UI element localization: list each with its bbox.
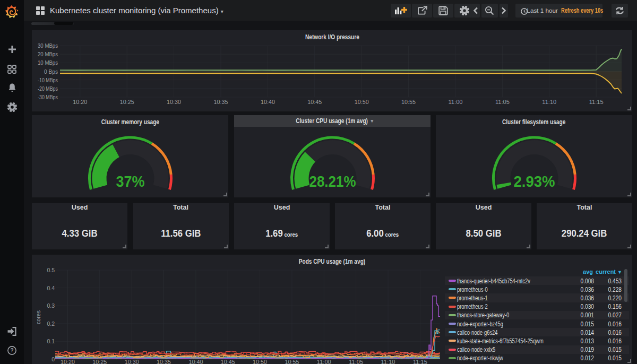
svg-text:11:15: 11:15 (413, 359, 427, 364)
svg-text:11:00: 11:00 (449, 99, 463, 105)
svg-text:0.2: 0.2 (47, 320, 55, 327)
svg-text:0.5: 0.5 (47, 267, 55, 273)
svg-text:0: 0 (51, 356, 55, 362)
svg-text:0.3: 0.3 (47, 302, 55, 309)
svg-text:10:45: 10:45 (221, 359, 235, 364)
svg-text:0 Bps: 0 Bps (44, 68, 58, 75)
svg-text:-10 MBps: -10 MBps (38, 77, 58, 83)
svg-text:10:20: 10:20 (61, 359, 75, 364)
svg-text:cores: cores (35, 310, 41, 324)
svg-text:10:45: 10:45 (307, 99, 322, 105)
svg-text:10:50: 10:50 (355, 99, 369, 105)
svg-text:11:10: 11:10 (542, 99, 556, 105)
svg-text:?: ? (10, 348, 13, 353)
svg-text:11:15: 11:15 (589, 99, 604, 105)
svg-text:-20 MBps: -20 MBps (38, 85, 58, 92)
svg-text:0.1: 0.1 (47, 338, 55, 344)
svg-text:10:30: 10:30 (125, 359, 139, 364)
svg-text:10:35: 10:35 (214, 99, 228, 105)
svg-text:10:55: 10:55 (401, 99, 416, 105)
svg-text:11:10: 11:10 (381, 359, 395, 364)
svg-text:-30 MBps: -30 MBps (38, 94, 58, 100)
svg-text:11:05: 11:05 (349, 359, 363, 364)
svg-text:37%: 37% (116, 172, 145, 190)
svg-text:11:05: 11:05 (495, 99, 510, 105)
svg-text:10:55: 10:55 (285, 359, 299, 364)
svg-text:10:25: 10:25 (92, 359, 107, 364)
svg-text:10:40: 10:40 (188, 359, 203, 364)
svg-text:10:25: 10:25 (120, 99, 134, 105)
svg-text:10:35: 10:35 (157, 359, 171, 364)
svg-text:10:40: 10:40 (261, 99, 275, 105)
svg-text:0.4: 0.4 (47, 285, 55, 291)
svg-text:20 MBps: 20 MBps (38, 51, 58, 57)
svg-text:10:50: 10:50 (253, 359, 267, 364)
svg-text:11:00: 11:00 (317, 359, 331, 364)
svg-text:10 MBps: 10 MBps (38, 59, 58, 66)
svg-text:28.21%: 28.21% (309, 172, 356, 190)
svg-text:10:30: 10:30 (167, 99, 181, 105)
svg-text:30 MBps: 30 MBps (38, 42, 58, 49)
svg-text:2.93%: 2.93% (514, 172, 555, 190)
svg-text:10:20: 10:20 (73, 99, 87, 105)
